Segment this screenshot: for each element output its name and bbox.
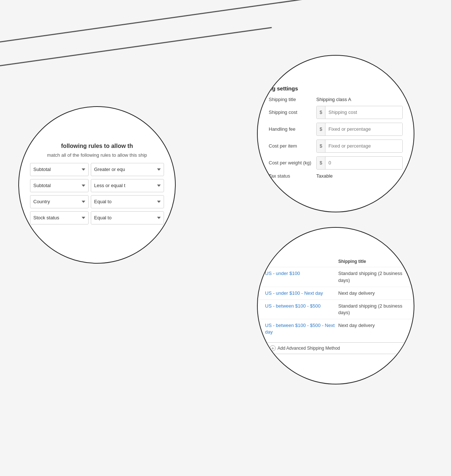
settings-label-handling-fee: Handling fee <box>269 126 316 132</box>
settings-input-handling-fee[interactable] <box>325 123 402 135</box>
rule-row-2: Country Equal to <box>26 195 168 208</box>
rules-header: following rules to allow th <box>26 143 168 149</box>
methods-row-name-3[interactable]: US - between $100 - $500 - Next day <box>265 322 338 335</box>
settings-label-tax-status: Tax status <box>269 173 316 179</box>
rule-operator-select-3[interactable]: Equal to <box>91 211 164 224</box>
add-method-label: Add Advanced Shipping Method <box>277 346 340 351</box>
plus-icon: + <box>270 345 276 351</box>
methods-row-name-2[interactable]: US - between $100 - $500 <box>265 303 338 309</box>
methods-circle: Shipping title US - under $100 Standard … <box>257 227 414 384</box>
rule-field-select-2[interactable]: Country <box>30 195 89 208</box>
methods-row-title-2: Standard shipping (2 business days) <box>338 303 406 316</box>
methods-row-title-0: Standard shipping (2 business days) <box>338 270 406 283</box>
settings-value-tax-status: Taxable <box>316 173 403 179</box>
settings-section-title: ng settings <box>265 85 406 92</box>
methods-row-2: US - between $100 - $500 Standard shippi… <box>258 300 414 319</box>
settings-label-shipping-cost: Shipping cost <box>269 109 316 115</box>
rule-operator-select-0[interactable]: Greater or equ <box>91 163 164 176</box>
methods-row-3: US - between $100 - $500 - Next day Next… <box>258 319 414 338</box>
rule-row-1: Subtotal Less or equal t <box>26 179 168 192</box>
settings-input-group-cost-per-weight: $ <box>316 156 403 170</box>
settings-currency-handling-fee: $ <box>317 123 325 135</box>
rule-field-select-3[interactable]: Stock status <box>30 211 89 224</box>
settings-input-cost-per-item[interactable] <box>325 140 402 152</box>
settings-row-tax-status: Tax status Taxable <box>265 173 406 179</box>
methods-row-1: US - under $100 - Next day Next day deli… <box>258 287 414 300</box>
methods-row-title-1: Next day delivery <box>338 290 406 297</box>
settings-input-group-cost-per-item: $ <box>316 140 403 153</box>
settings-row-shipping-title: Shipping title Shipping class A <box>265 97 406 102</box>
rules-subheader: match all of the following rules to allo… <box>26 152 168 158</box>
rule-operator-select-1[interactable]: Less or equal t <box>91 179 164 192</box>
rule-field-select-0[interactable]: Subtotal <box>30 163 89 176</box>
settings-value-shipping-title: Shipping class A <box>316 97 403 102</box>
settings-row-shipping-cost: Shipping cost $ <box>265 106 406 119</box>
methods-row-name-1[interactable]: US - under $100 - Next day <box>265 290 338 297</box>
settings-currency-cost-per-item: $ <box>317 140 325 152</box>
settings-label-shipping-title: Shipping title <box>269 97 316 102</box>
methods-row-title-3: Next day delivery <box>338 322 406 329</box>
methods-col-title-label: Shipping title <box>338 259 406 264</box>
add-advanced-shipping-method-button[interactable]: + Add Advanced Shipping Method <box>265 342 406 354</box>
settings-row-cost-per-item: Cost per item $ <box>265 140 406 153</box>
methods-row-0: US - under $100 Standard shipping (2 bus… <box>258 267 414 286</box>
diagonal-line-1 <box>0 0 308 45</box>
methods-row-name-0[interactable]: US - under $100 <box>265 270 338 277</box>
rule-row-0: Subtotal Greater or equ <box>26 163 168 176</box>
settings-input-shipping-cost[interactable] <box>325 106 402 119</box>
settings-row-cost-per-weight: Cost per weight (kg) $ <box>265 156 406 170</box>
rules-circle: following rules to allow th match all of… <box>18 106 176 264</box>
methods-table-header: Shipping title <box>258 257 414 265</box>
settings-input-group-shipping-cost: $ <box>316 106 403 119</box>
settings-input-cost-per-weight[interactable] <box>325 157 402 169</box>
settings-input-group-handling-fee: $ <box>316 123 403 136</box>
settings-label-cost-per-weight: Cost per weight (kg) <box>269 160 316 166</box>
settings-currency-cost-per-weight: $ <box>317 157 325 169</box>
rule-field-select-1[interactable]: Subtotal <box>30 179 89 192</box>
rule-row-3: Stock status Equal to <box>26 211 168 224</box>
settings-row-handling-fee: Handling fee $ <box>265 123 406 136</box>
settings-currency-shipping-cost: $ <box>317 106 325 119</box>
diagonal-line-2 <box>0 27 272 69</box>
settings-label-cost-per-item: Cost per item <box>269 143 316 149</box>
rule-operator-select-2[interactable]: Equal to <box>91 195 164 208</box>
settings-circle: ng settings Shipping title Shipping clas… <box>257 55 414 212</box>
